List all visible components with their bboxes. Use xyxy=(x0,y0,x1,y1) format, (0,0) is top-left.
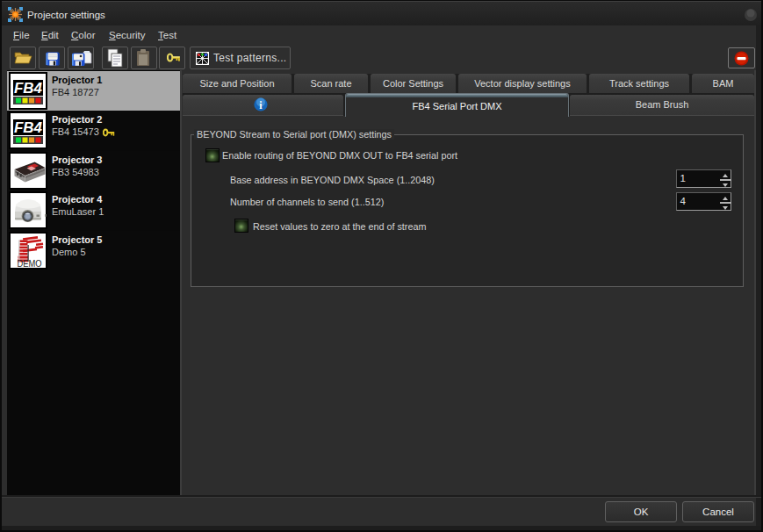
svg-text:DEMO: DEMO xyxy=(18,259,42,269)
svg-text:FB4: FB4 xyxy=(14,119,43,136)
svg-text:FB4: FB4 xyxy=(14,80,43,97)
